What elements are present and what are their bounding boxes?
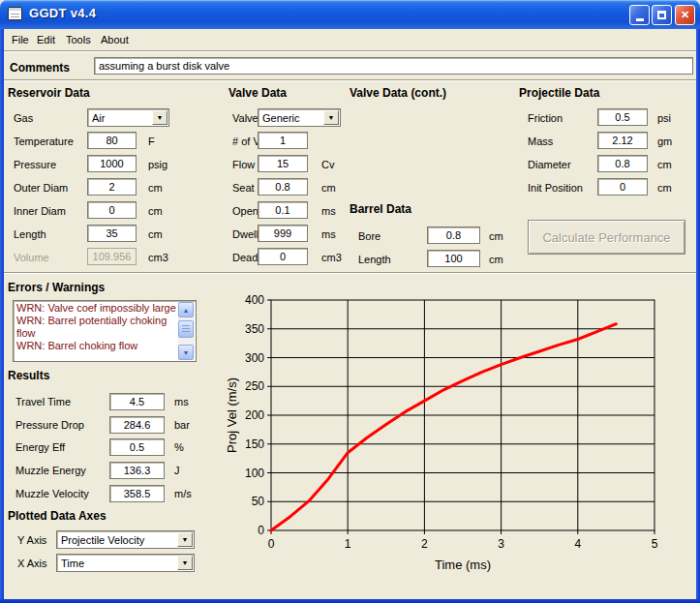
maximize-button[interactable] [652,5,672,25]
minimize-icon [636,18,644,21]
temperature-unit: F [148,136,155,147]
mass-field[interactable] [597,132,648,149]
scroll-up-button[interactable]: ▲ [178,302,194,317]
svg-text:200: 200 [245,408,264,422]
barrel-length-unit: cm [489,254,503,265]
num-valves-field[interactable] [258,132,308,149]
svg-text:3: 3 [498,537,504,551]
close-icon: ✕ [681,9,689,21]
init-position-unit: cm [657,182,672,194]
barrel-length-label: Length [358,254,391,265]
inner-diam-field[interactable] [87,201,137,219]
energy-eff-field[interactable] [109,438,165,456]
menu-about[interactable]: About [97,32,133,47]
scrollbar-thumb[interactable] [178,320,194,338]
svg-text:2: 2 [421,537,428,551]
pressure-label: Pressure [14,159,56,170]
x-axis-combo[interactable]: Time ▼ [56,554,195,572]
velocity-chart: 050100150200250300350400012345Time (ms)P… [223,281,697,600]
diameter-unit: cm [657,159,672,170]
y-axis-combo-value: Projectile Velocity [57,534,177,546]
valve-type-combo[interactable]: Generic ▼ [258,108,341,127]
menu-tools[interactable]: Tools [62,32,95,47]
valve-cont-header: Valve Data (cont.) [350,86,446,100]
travel-time-field[interactable] [109,393,165,410]
barrel-length-field[interactable] [427,250,480,267]
scroll-down-button[interactable]: ▼ [178,345,194,360]
muzzle-velocity-unit: m/s [174,488,192,499]
friction-unit: psi [657,112,671,124]
warnings-scrollbar[interactable]: ▲ ▼ [178,302,195,360]
velocity-chart-svg: 050100150200250300350400012345Time (ms)P… [223,281,697,600]
inner-diam-label: Inner Diam [14,205,66,217]
muzzle-energy-label: Muzzle Energy [15,465,86,476]
menu-edit[interactable]: Edit [33,32,59,47]
barrel-header: Barrel Data [350,202,411,216]
chevron-down-icon[interactable]: ▼ [323,110,339,125]
close-button[interactable]: ✕ [675,5,695,25]
svg-text:Time (ms): Time (ms) [435,558,491,572]
minimize-button[interactable] [629,5,650,25]
chevron-down-icon[interactable]: ▼ [152,110,167,125]
diameter-field[interactable] [597,155,648,172]
mass-unit: gm [657,136,672,147]
valve-type-combo-value: Generic [259,112,323,124]
seat-diam-field[interactable] [258,178,308,196]
svg-text:400: 400 [245,293,264,307]
dead-vol-unit: cm3 [321,252,342,263]
temperature-field[interactable] [87,132,137,149]
temperature-label: Temperature [14,136,74,147]
y-axis-combo[interactable]: Projectile Velocity ▼ [56,530,195,549]
dwell-time-field[interactable] [258,225,308,242]
chevron-down-icon[interactable]: ▼ [177,532,193,547]
calculate-performance-button[interactable]: Calculate Performance [528,220,685,255]
outer-diam-unit: cm [148,182,163,194]
svg-text:5: 5 [652,537,658,551]
outer-diam-field[interactable] [87,178,137,196]
errors-header: Errors / Warnings [8,281,105,294]
menu-file[interactable]: File [8,32,33,47]
gas-combo-value: Air [88,112,152,124]
open-time-field[interactable] [258,201,308,219]
bore-unit: cm [489,230,503,242]
pressure-field[interactable] [87,155,137,172]
valve-header: Valve Data [228,86,287,100]
gas-combo[interactable]: Air ▼ [87,108,169,127]
gas-label: Gas [14,112,33,124]
warning-item[interactable]: WRN: Valve coef impossibly large [16,302,176,315]
flow-coef-field[interactable] [258,155,308,172]
outer-diam-label: Outer Diam [14,182,68,194]
muzzle-velocity-label: Muzzle Velocity [15,488,89,499]
menu-separator [4,50,696,52]
x-axis-label: X Axis [17,558,47,569]
menu-bar: File Edit Tools About [4,30,696,49]
reservoir-header: Reservoir Data [8,86,90,100]
warning-item[interactable]: WRN: Barrel choking flow [16,340,176,352]
diameter-label: Diameter [528,159,571,170]
bore-field[interactable] [427,226,480,244]
svg-text:50: 50 [252,495,265,508]
pressure-drop-unit: bar [174,419,190,431]
comments-input[interactable] [94,57,693,75]
dead-vol-field[interactable] [258,248,308,265]
dwell-time-unit: ms [321,228,336,240]
reservoir-length-field[interactable] [87,225,137,242]
volume-unit: cm3 [148,252,168,263]
energy-eff-unit: % [174,441,184,453]
muzzle-velocity-field[interactable] [109,485,165,502]
inner-diam-unit: cm [148,205,163,217]
y-axis-label: Y Axis [17,534,46,546]
pressure-drop-field[interactable] [109,416,165,434]
svg-text:300: 300 [245,351,264,365]
friction-label: Friction [528,112,563,124]
chevron-down-icon[interactable]: ▼ [177,556,193,570]
title-bar[interactable]: GGDT v4.4 ✕ [0,0,700,29]
muzzle-energy-field[interactable] [109,462,165,479]
svg-text:0: 0 [268,537,275,551]
svg-text:350: 350 [245,322,264,336]
friction-field[interactable] [597,108,648,126]
svg-text:150: 150 [245,437,264,451]
init-position-field[interactable] [597,178,648,196]
warnings-listbox[interactable]: WRN: Valve coef impossibly large WRN: Ba… [13,300,197,362]
warning-item[interactable]: WRN: Barrel potentially choking flow [16,315,176,340]
